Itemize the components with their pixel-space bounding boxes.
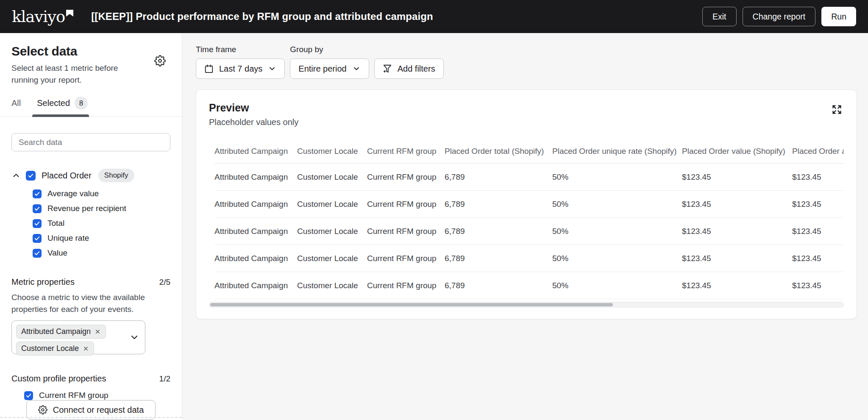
- checkbox-checked[interactable]: [33, 249, 42, 258]
- tab-selected-label: Selected: [37, 98, 70, 108]
- table-cell: Attributed Campaign: [214, 254, 297, 263]
- table-cell: $123.45: [792, 172, 844, 182]
- klaviyo-flag-icon: [66, 10, 73, 17]
- tag-label: Customer Locale: [21, 344, 79, 353]
- checkbox-checked[interactable]: [33, 234, 42, 243]
- column-header[interactable]: Current RFM group: [367, 147, 445, 163]
- metric-child-row: Value: [33, 248, 170, 258]
- shopify-badge: Shopify: [98, 169, 134, 182]
- remove-tag-icon[interactable]: [83, 345, 89, 352]
- table-cell: Customer Locale: [297, 172, 367, 182]
- column-header[interactable]: Attributed Campaign: [214, 147, 297, 163]
- connect-or-request-data-button[interactable]: Connect or request data: [26, 400, 156, 420]
- table-body: Attributed CampaignCustomer LocaleCurren…: [214, 164, 844, 299]
- column-header[interactable]: Placed Order total (Shopify): [445, 147, 552, 163]
- metric-group-checkbox-checked[interactable]: [26, 171, 36, 181]
- table-cell: $123.45: [792, 281, 844, 290]
- table-cell: Current RFM group: [367, 200, 445, 209]
- group-by-dropdown[interactable]: Entire period: [290, 58, 369, 79]
- table-cell: 50%: [552, 281, 682, 290]
- table-cell: Current RFM group: [367, 227, 445, 236]
- run-button[interactable]: Run: [821, 7, 856, 26]
- selected-property-tags: Attributed Campaign Customer Locale: [16, 325, 126, 356]
- metric-children: Average value Revenue per recipient Tota…: [33, 189, 170, 258]
- exit-button[interactable]: Exit: [702, 7, 737, 26]
- checkbox-checked[interactable]: [33, 189, 42, 198]
- checkbox-checked[interactable]: [33, 219, 42, 228]
- preview-subtitle: Placeholder values only: [209, 117, 844, 127]
- gear-icon: [38, 405, 47, 414]
- custom-profile-label: Custom profile properties: [11, 374, 106, 384]
- tab-all-label: All: [11, 98, 21, 108]
- table-row: Attributed CampaignCustomer LocaleCurren…: [214, 191, 844, 218]
- connect-button-label: Connect or request data: [53, 405, 144, 415]
- metric-properties-description: Choose a metric to view the available pr…: [11, 292, 153, 315]
- selected-count-badge: 8: [75, 97, 88, 110]
- add-filters-label: Add filters: [398, 64, 435, 74]
- checkbox-checked[interactable]: [33, 204, 42, 213]
- table-cell: Attributed Campaign: [214, 227, 297, 236]
- table-cell: Attributed Campaign: [214, 172, 297, 182]
- chevron-down-icon[interactable]: [129, 332, 139, 342]
- expand-fullscreen-icon[interactable]: [831, 104, 843, 115]
- checkbox-checked[interactable]: [24, 391, 33, 400]
- sidebar-title: Select data: [11, 44, 170, 58]
- table-cell: 6,789: [445, 227, 552, 236]
- table-cell: Attributed Campaign: [214, 200, 297, 209]
- metric-child-label: Revenue per recipient: [47, 204, 126, 213]
- metric-properties-multiselect[interactable]: Attributed Campaign Customer Locale: [11, 320, 145, 354]
- table-row: Attributed CampaignCustomer LocaleCurren…: [214, 245, 844, 272]
- report-title: [[KEEP]] Product performance by RFM grou…: [91, 11, 433, 22]
- column-header[interactable]: Placed Order value (Shopify): [682, 147, 792, 163]
- metric-child-row: Total: [33, 219, 170, 228]
- selected-property-tag: Attributed Campaign: [16, 325, 106, 339]
- metric-child-label: Value: [47, 248, 67, 258]
- preview-table: Attributed CampaignCustomer LocaleCurren…: [209, 147, 844, 299]
- sidebar-settings-gear-icon[interactable]: [154, 55, 166, 67]
- group-by-label: Group by: [290, 45, 369, 54]
- tag-label: Attributed Campaign: [21, 327, 91, 336]
- table-cell: Customer Locale: [297, 281, 367, 290]
- column-header[interactable]: Placed Order average value (Shopify): [792, 147, 844, 163]
- horizontal-scrollbar-thumb[interactable]: [210, 303, 613, 306]
- collapse-chevron-up-icon[interactable]: [11, 171, 21, 180]
- table-cell: Current RFM group: [367, 254, 445, 263]
- time-frame-label: Time frame: [196, 45, 285, 54]
- main-area: Time frame Last 7 days Group by Entire p…: [182, 33, 868, 420]
- table-cell: 50%: [552, 172, 682, 182]
- group-by-group: Group by Entire period: [290, 45, 369, 79]
- time-frame-dropdown[interactable]: Last 7 days: [196, 58, 285, 79]
- custom-profile-row: Current RFM group: [24, 391, 170, 400]
- change-report-button[interactable]: Change report: [743, 7, 816, 26]
- chevron-down-icon: [268, 64, 276, 73]
- horizontal-scrollbar-track[interactable]: [209, 302, 844, 308]
- klaviyo-logo[interactable]: klaviyo: [12, 9, 73, 25]
- table-cell: Current RFM group: [367, 281, 445, 290]
- table-row: Attributed CampaignCustomer LocaleCurren…: [214, 164, 844, 191]
- metric-child-label: Unique rate: [47, 234, 89, 243]
- remove-tag-icon[interactable]: [95, 328, 101, 335]
- preview-card: Preview Placeholder values only Attribut…: [196, 89, 857, 319]
- table-cell: 6,789: [445, 281, 552, 290]
- table-cell: $123.45: [792, 200, 844, 209]
- add-filters-button[interactable]: Add filters: [374, 58, 444, 79]
- metric-properties-count: 2/5: [159, 278, 170, 287]
- sidebar-subtitle: Select at least 1 metric before running …: [11, 62, 145, 86]
- tab-selected[interactable]: Selected 8: [37, 97, 88, 116]
- table-cell: $123.45: [682, 200, 792, 209]
- tab-all[interactable]: All: [11, 97, 21, 116]
- column-header[interactable]: Placed Order unique rate (Shopify): [552, 147, 682, 163]
- topbar: klaviyo [[KEEP]] Product performance by …: [0, 0, 868, 33]
- metric-properties-header: Metric properties 2/5: [11, 277, 170, 287]
- search-data-input[interactable]: [11, 133, 170, 151]
- custom-profile-count: 1/2: [159, 374, 170, 384]
- selected-property-tag: Customer Locale: [16, 342, 94, 356]
- preview-title: Preview: [209, 102, 844, 114]
- table-cell: Customer Locale: [297, 200, 367, 209]
- custom-profile-header: Custom profile properties 1/2: [11, 374, 170, 384]
- table-header-row: Attributed CampaignCustomer LocaleCurren…: [214, 147, 844, 164]
- table-row: Attributed CampaignCustomer LocaleCurren…: [214, 218, 844, 245]
- table-cell: $123.45: [792, 254, 844, 263]
- search-wrap: [11, 133, 170, 151]
- column-header[interactable]: Customer Locale: [297, 147, 367, 163]
